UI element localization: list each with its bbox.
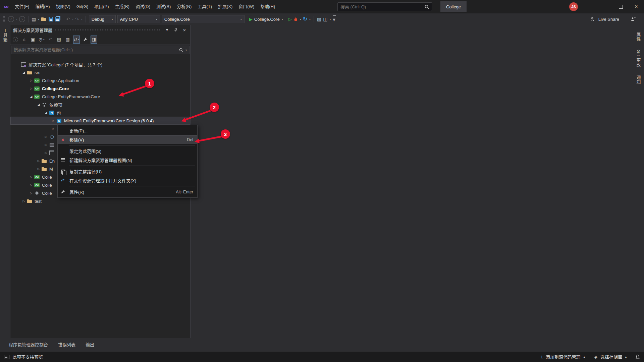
navigate-forward-icon[interactable]: › <box>19 16 25 22</box>
expand-arrow-icon[interactable] <box>21 197 26 205</box>
feedback-icon[interactable] <box>631 17 636 21</box>
expand-arrow-icon[interactable] <box>29 76 34 84</box>
new-project-icon[interactable]: ▤ <box>32 17 36 21</box>
menu-item-scope-to-this[interactable]: 限定为此范围(S) <box>58 146 197 156</box>
expand-arrow-icon[interactable] <box>29 93 34 101</box>
expand-arrow-icon[interactable] <box>51 125 56 133</box>
menu-item-copy-full-path[interactable]: 复制完整路径(U) <box>58 167 197 176</box>
undo-icon[interactable]: ↶ <box>66 17 70 21</box>
pin-icon[interactable] <box>173 26 179 33</box>
menu-extensions[interactable]: 扩展(X) <box>215 0 235 13</box>
hot-reload-dropdown-icon[interactable]: ▾ <box>300 18 301 21</box>
toolbar-overflow-icon[interactable]: ▾ <box>333 15 336 23</box>
tab-package-manager-console[interactable]: 程序包管理器控制台 <box>9 341 48 351</box>
properties-wrench-icon[interactable] <box>82 36 88 43</box>
tree-row-test[interactable]: test <box>10 197 190 205</box>
menu-debug[interactable]: 调试(D) <box>132 0 153 13</box>
expand-arrow-icon[interactable] <box>43 141 49 149</box>
toolbar-grip[interactable] <box>3 16 5 22</box>
menu-git[interactable]: Git(G) <box>73 0 91 13</box>
tree-row-college-core[interactable]: College.Core <box>10 84 190 93</box>
add-to-source-control-button[interactable]: 添加到源代码管理 <box>546 354 581 360</box>
live-share-icon[interactable] <box>590 17 595 21</box>
tab-git-changes[interactable]: Git 更改 <box>635 50 642 67</box>
select-repository-button[interactable]: 选择存储库 <box>600 354 622 360</box>
start-debugging-icon[interactable]: ▶ <box>249 17 253 22</box>
search-options-dropdown-icon[interactable]: ▾ <box>185 49 187 52</box>
tab-toolbox[interactable]: 工具箱 <box>2 28 8 42</box>
expand-arrow-icon[interactable] <box>51 117 56 125</box>
maximize-button[interactable] <box>613 0 629 13</box>
menu-project[interactable]: 项目(P) <box>91 0 112 13</box>
find-in-files-icon[interactable]: ▧ <box>317 17 321 21</box>
menu-test[interactable]: 测试(S) <box>153 0 174 13</box>
window-layout-icon[interactable]: ◫ <box>323 17 327 21</box>
close-button[interactable]: × <box>629 0 644 13</box>
menu-window[interactable]: 窗口(W) <box>235 0 257 13</box>
tree-row-src[interactable]: src <box>10 68 190 76</box>
navigate-back-dropdown-icon[interactable]: ▾ <box>16 18 17 21</box>
quick-search-input[interactable] <box>340 4 425 9</box>
expand-arrow-icon[interactable] <box>36 157 41 165</box>
expand-arrow-icon[interactable] <box>29 189 34 197</box>
undo-dropdown-icon[interactable]: ▾ <box>72 18 73 21</box>
notifications-bell-icon[interactable] <box>635 355 640 359</box>
expand-arrow-icon[interactable] <box>29 173 34 181</box>
expand-arrow-icon[interactable] <box>43 149 49 157</box>
configuration-combo[interactable]: Debug ▾ <box>89 15 116 23</box>
close-panel-icon[interactable]: × <box>181 26 187 33</box>
redo-dropdown-icon[interactable]: ▾ <box>81 18 83 21</box>
sync-with-active-document-icon[interactable]: ⇄▾ <box>73 36 79 43</box>
menu-file[interactable]: 文件(F) <box>12 0 33 13</box>
restart-dropdown-icon[interactable]: ▾ <box>309 18 311 21</box>
tree-row-packages[interactable]: 包 <box>10 109 190 117</box>
tree-row-efcore-design-package[interactable]: Microsoft.EntityFrameworkCore.Design (6.… <box>10 117 190 125</box>
expand-arrow-icon[interactable] <box>36 101 41 109</box>
chevron-up-icon[interactable]: ▴ <box>625 355 627 358</box>
navigate-back-icon[interactable]: ‹ <box>8 16 14 22</box>
startup-project-combo[interactable]: College.Core ▾ <box>162 15 245 23</box>
pending-changes-filter-icon[interactable]: ◷▾ <box>39 36 45 43</box>
explorer-back-icon[interactable]: ‹ <box>12 36 18 43</box>
window-layout-dropdown-icon[interactable]: ▾ <box>330 18 331 21</box>
menu-item-remove[interactable]: × 移除(V) Del <box>58 135 197 144</box>
expand-arrow-icon[interactable] <box>36 165 41 173</box>
menu-tools[interactable]: 工具(T) <box>195 0 215 13</box>
tree-row-solution[interactable]: 解决方案 'College' (7 个项目，共 7 个) <box>10 60 190 68</box>
explorer-home-icon[interactable]: ⌂ <box>21 36 27 43</box>
expand-arrow-icon[interactable] <box>21 68 26 76</box>
chevron-up-icon[interactable]: ▴ <box>584 355 585 358</box>
open-folder-icon[interactable] <box>41 16 47 22</box>
hot-reload-icon[interactable] <box>293 17 298 22</box>
redo-icon[interactable]: ↷ <box>75 17 79 21</box>
platform-combo[interactable]: Any CPU ▾ <box>117 15 160 23</box>
menu-analyze[interactable]: 分析(N) <box>174 0 195 13</box>
solution-search-box[interactable]: ▾ <box>11 46 190 54</box>
collapse-all-icon[interactable]: ▤ <box>56 36 62 43</box>
tree-row-college-entityframeworkcore[interactable]: College.EntityFrameworkCore <box>10 93 190 101</box>
show-all-files-icon[interactable]: ▥ <box>65 36 71 43</box>
tab-notifications[interactable]: 通知 <box>635 75 642 84</box>
expand-arrow-icon[interactable] <box>29 84 34 93</box>
switch-views-icon[interactable]: ▣ <box>30 36 36 43</box>
live-share-label[interactable]: Live Share <box>598 17 619 22</box>
menu-build[interactable]: 生成(B) <box>112 0 132 13</box>
menu-view[interactable]: 视图(V) <box>53 0 73 13</box>
menu-edit[interactable]: 编辑(E) <box>32 0 53 13</box>
menu-help[interactable]: 帮助(H) <box>257 0 278 13</box>
menu-item-update[interactable]: 更新(P)... <box>58 126 197 135</box>
preview-selected-items-icon[interactable]: ◨ <box>91 36 97 43</box>
run-target-label[interactable]: College.Core <box>254 17 280 22</box>
expand-arrow-icon[interactable] <box>29 181 34 189</box>
expand-arrow-icon[interactable] <box>43 133 49 141</box>
new-project-dropdown-icon[interactable]: ▾ <box>38 18 39 21</box>
restart-app-icon[interactable]: ↻ <box>303 16 307 22</box>
user-avatar[interactable]: JS <box>569 2 578 11</box>
quick-search-box[interactable] <box>337 2 432 11</box>
minimize-button[interactable] <box>598 0 613 13</box>
tab-error-list[interactable]: 错误列表 <box>58 341 75 351</box>
panel-drag-grip[interactable] <box>55 29 161 31</box>
window-position-icon[interactable]: ▾ <box>164 26 170 33</box>
menu-item-properties[interactable]: 属性(R) Alt+Enter <box>58 187 197 196</box>
tree-row-college-application[interactable]: College.Application <box>10 76 190 84</box>
